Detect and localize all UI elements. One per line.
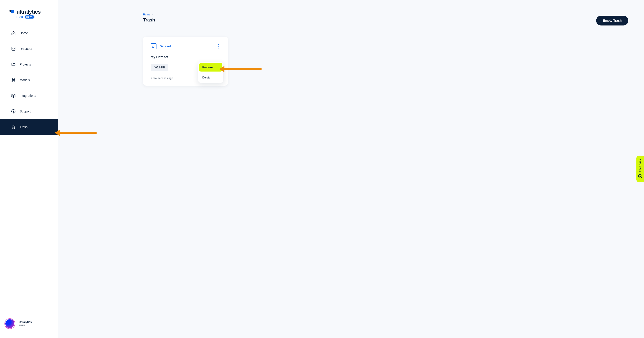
sidebar: ultralytics HUB BETA Home Datasets: [0, 0, 58, 338]
annotation-arrow-restore: [223, 68, 262, 70]
feedback-tab[interactable]: ☻ Feedback: [636, 156, 644, 182]
card-size-badge: 405.6 KB: [151, 64, 168, 71]
svg-point-1: [11, 10, 14, 14]
context-menu-delete[interactable]: Delete: [198, 72, 223, 83]
sidebar-item-label: Models: [20, 78, 30, 82]
sidebar-item-trash[interactable]: Trash: [0, 119, 58, 135]
brand-mark-icon: [9, 8, 15, 15]
page-title: Trash: [143, 18, 155, 22]
sidebar-item-projects[interactable]: Projects: [0, 56, 58, 72]
breadcrumb-separator-icon: >: [152, 13, 153, 16]
sidebar-item-label: Datasets: [20, 47, 32, 50]
command-icon: [11, 78, 16, 82]
user-plan: FREE: [19, 324, 32, 327]
layers-icon: [11, 94, 16, 98]
brand-sub: HUB: [16, 16, 23, 18]
user-name: Ultralytics: [19, 320, 32, 324]
help-icon: [11, 109, 16, 114]
breadcrumb: Home >: [143, 13, 155, 16]
sidebar-item-models[interactable]: Models: [0, 72, 58, 88]
svg-marker-4: [12, 94, 16, 96]
breadcrumb-home[interactable]: Home: [143, 13, 150, 16]
primary-nav: Home Datasets Projects Models: [0, 25, 58, 135]
sidebar-item-integrations[interactable]: Integrations: [0, 88, 58, 104]
avatar: [4, 318, 15, 329]
feedback-label: Feedback: [639, 159, 642, 172]
empty-trash-button[interactable]: Empty Trash: [596, 16, 628, 26]
brand-name: ultralytics: [16, 9, 41, 15]
sidebar-item-home[interactable]: Home: [0, 25, 58, 41]
folder-icon: [11, 62, 16, 66]
card-type-label: Dataset: [160, 44, 171, 48]
sidebar-item-label: Projects: [20, 62, 31, 66]
svg-point-3: [12, 48, 13, 48]
user-block[interactable]: Ultralytics FREE: [0, 318, 58, 338]
brand-logo[interactable]: ultralytics HUB BETA: [0, 0, 58, 24]
svg-point-6: [13, 112, 14, 112]
sidebar-item-label: Integrations: [20, 94, 36, 98]
card-context-menu: Restore Delete: [198, 62, 223, 83]
brand-beta-badge: BETA: [24, 16, 34, 18]
card-name: My Dataset: [151, 55, 220, 59]
sidebar-item-label: Trash: [20, 125, 28, 129]
sidebar-item-support[interactable]: Support: [0, 104, 58, 119]
sidebar-item-label: Home: [20, 31, 28, 35]
image-icon: [11, 46, 16, 51]
home-icon: [11, 31, 16, 35]
sidebar-item-label: Support: [20, 110, 30, 113]
main-content: Home > Trash Empty Trash Dataset My Data…: [58, 0, 644, 338]
feedback-smile-icon: ☻: [638, 174, 642, 178]
dataset-icon: [151, 43, 156, 49]
sidebar-item-datasets[interactable]: Datasets: [0, 41, 58, 56]
card-menu-button[interactable]: [216, 44, 220, 49]
trash-icon: [11, 125, 16, 129]
